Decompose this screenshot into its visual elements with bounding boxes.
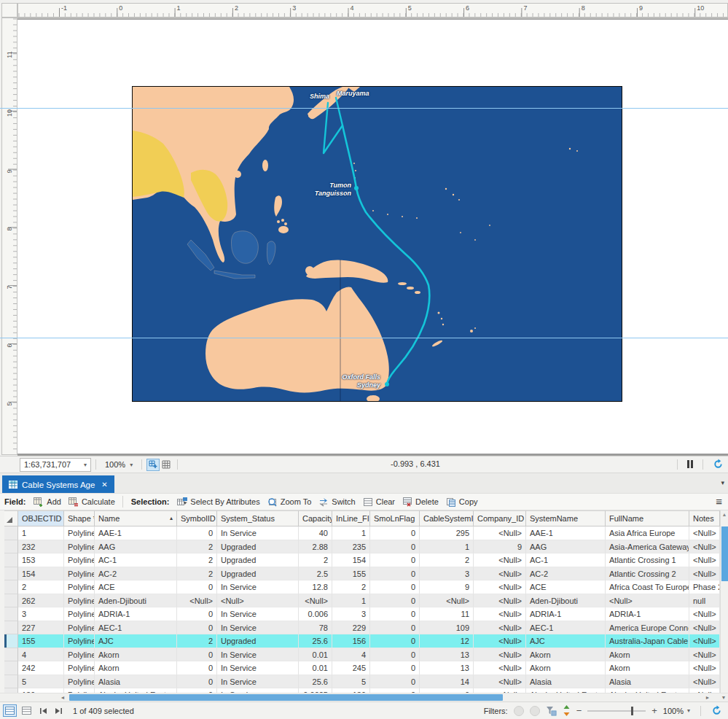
table-row[interactable]: 154PolylineAC-22Upgraded2.515503<Null>AC… [4, 567, 720, 581]
cell[interactable]: 235 [332, 540, 370, 554]
column-header-name[interactable]: Name▴ [95, 510, 177, 526]
cell[interactable]: 155 [332, 567, 370, 581]
zoom-in-icon[interactable]: + [651, 706, 657, 715]
map-frame[interactable]: Shima Maruyama Tumon Tanguisson Oxford F… [132, 86, 622, 402]
cell[interactable]: <Null> [606, 594, 689, 608]
cell[interactable]: Akorn [95, 648, 177, 662]
switch-selection-button[interactable]: Switch [315, 496, 359, 508]
table-row[interactable]: 155PolylineAJC2Upgraded25.6156012<Null>A… [4, 634, 720, 648]
cell[interactable]: 2.88 [299, 540, 332, 554]
layout-canvas[interactable]: Shima Maruyama Tumon Tanguisson Oxford F… [17, 18, 728, 456]
column-header-company-id[interactable]: Company_ID [474, 510, 526, 526]
cell[interactable]: <Null> [689, 567, 720, 581]
cell[interactable]: 0.01 [299, 661, 332, 675]
cell[interactable]: 12 [420, 634, 474, 648]
cell[interactable]: Polyline [64, 567, 95, 581]
cell[interactable]: Upgraded [217, 540, 299, 554]
cell[interactable]: Akorn [95, 661, 177, 675]
cell[interactable]: <Null> [474, 607, 526, 621]
horizontal-scroll-thumb[interactable] [69, 694, 503, 701]
slider-handle[interactable] [631, 707, 633, 715]
cell[interactable]: <Null> [474, 621, 526, 635]
cell[interactable]: <Null> [689, 607, 720, 621]
cell[interactable]: 25.6 [299, 634, 332, 648]
cell[interactable]: Alasia [526, 675, 606, 689]
cell[interactable]: ADRIA-1 [606, 607, 689, 621]
cell[interactable]: 0 [177, 526, 217, 540]
cell[interactable]: <Null> [177, 594, 217, 608]
cell[interactable]: 2 [177, 553, 217, 567]
cell[interactable]: Africa Coast To Europe [606, 580, 689, 594]
cell[interactable]: <Null> [474, 648, 526, 662]
cell[interactable]: Asia Africa Europe [606, 526, 689, 540]
cell[interactable]: Aden-Djibouti [95, 594, 177, 608]
table-row[interactable]: 242PolylineAkorn0In Service0.01245013<Nu… [4, 661, 720, 675]
row-header[interactable] [4, 648, 18, 662]
column-header-fullname[interactable]: FullName [606, 510, 689, 526]
cell[interactable]: 0 [177, 580, 217, 594]
cell[interactable]: 40 [299, 526, 332, 540]
cell[interactable]: Asia-America Gateway [606, 540, 689, 554]
refresh-table-button[interactable] [711, 705, 722, 716]
cell[interactable]: In Service [217, 526, 299, 540]
attribute-table-body[interactable]: 1PolylineAAE-10In Service4010295<Null>AA… [4, 526, 720, 693]
cell[interactable]: 153 [18, 553, 64, 567]
cell[interactable]: Polyline [64, 621, 95, 635]
cell[interactable]: AC-2 [95, 567, 177, 581]
cell[interactable]: Upgraded [217, 634, 299, 648]
cell[interactable]: <Null> [474, 594, 526, 608]
cell[interactable]: 9 [474, 540, 526, 554]
column-header-systemname[interactable]: SystemName [526, 510, 606, 526]
table-row[interactable]: 227PolylineAEC-10In Service782290109<Nul… [4, 621, 720, 635]
cell[interactable]: <Null> [474, 675, 526, 689]
cell[interactable]: Upgraded [217, 553, 299, 567]
cell[interactable]: 1 [18, 526, 64, 540]
cell[interactable]: 13 [420, 648, 474, 662]
select-by-attributes-button[interactable]: Select By Attributes [173, 496, 263, 508]
scroll-right-icon[interactable]: ► [703, 694, 712, 701]
cell[interactable]: 4 [18, 648, 64, 662]
cell[interactable]: AC-2 [526, 567, 606, 581]
cell[interactable]: ACE [95, 580, 177, 594]
pause-drawing-button[interactable] [687, 460, 693, 468]
cell[interactable]: <Null> [217, 594, 299, 608]
cell[interactable]: AEC-1 [526, 621, 606, 635]
cell[interactable]: 2 [18, 580, 64, 594]
table-row[interactable]: 1PolylineAAE-10In Service4010295<Null>AA… [4, 526, 720, 540]
cell[interactable]: 2 [299, 553, 332, 567]
grid-toggle-button[interactable] [160, 459, 173, 471]
cell[interactable]: <Null> [474, 634, 526, 648]
cell[interactable]: 227 [18, 621, 64, 635]
cell[interactable]: Alasia [606, 675, 689, 689]
cell[interactable]: <Null> [689, 526, 720, 540]
cell[interactable]: Akorn [606, 648, 689, 662]
cell[interactable]: 156 [332, 634, 370, 648]
cell[interactable]: 2 [332, 580, 370, 594]
cell[interactable]: Polyline [64, 607, 95, 621]
table-row[interactable]: 3PolylineADRIA-10In Service0.0063011<Nul… [4, 607, 720, 621]
cell[interactable]: <Null> [689, 661, 720, 675]
cell[interactable]: <Null> [689, 675, 720, 689]
cell[interactable]: 2 [177, 540, 217, 554]
column-header-system-status[interactable]: System_Status [217, 510, 299, 526]
cell[interactable]: Polyline [64, 661, 95, 675]
cell[interactable]: 3 [420, 567, 474, 581]
cell[interactable]: <Null> [689, 553, 720, 567]
row-header[interactable] [4, 526, 18, 540]
cell[interactable]: null [689, 594, 720, 608]
cell[interactable]: Phase 2 S [689, 580, 720, 594]
cell[interactable]: 0 [177, 675, 217, 689]
cell[interactable]: 3 [332, 607, 370, 621]
cell[interactable]: <Null> [474, 553, 526, 567]
cell[interactable]: Atlantic Crossing 1 [606, 553, 689, 567]
cell[interactable]: In Service [217, 607, 299, 621]
cell[interactable]: 0 [370, 661, 420, 675]
table-row[interactable]: 2PolylineACE0In Service12.8209<Null>ACEA… [4, 580, 720, 594]
column-header-smolnflag[interactable]: SmoLnFlag [370, 510, 420, 526]
cell[interactable]: 0 [177, 661, 217, 675]
calculate-field-button[interactable]: Calculate [65, 496, 119, 508]
cell[interactable]: In Service [217, 580, 299, 594]
table-row[interactable]: 5PolylineAlasia0In Service25.65014<Null>… [4, 675, 720, 689]
table-row[interactable]: 153PolylineAC-12Upgraded215402<Null>AC-1… [4, 553, 720, 567]
table-row[interactable]: 262PolylineAden-Djibouti<Null><Null><Nul… [4, 594, 720, 608]
